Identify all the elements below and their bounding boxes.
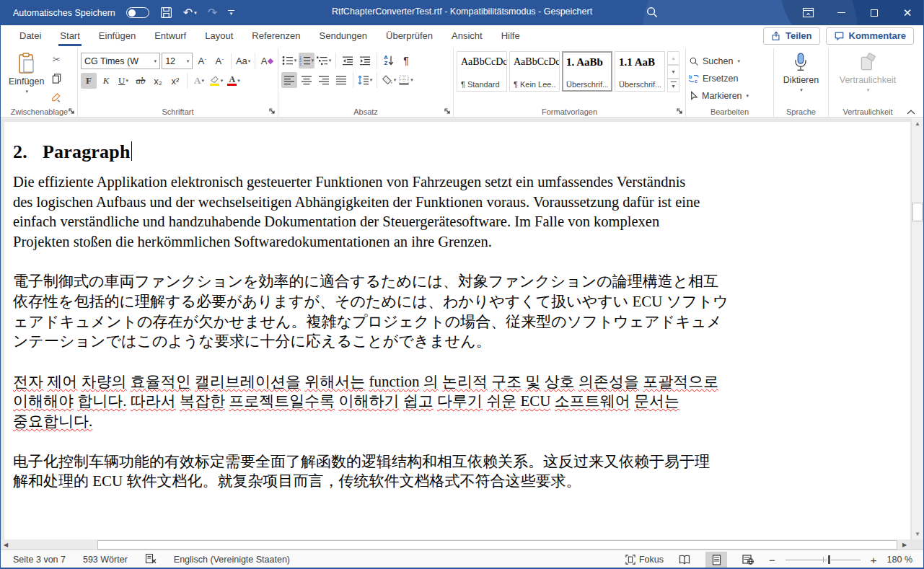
minimize-button[interactable] [824, 0, 858, 25]
cut-button[interactable]: ✂ [48, 52, 64, 68]
tab-sendungen[interactable]: Sendungen [310, 25, 377, 46]
underline-button[interactable]: U▾ [115, 73, 131, 89]
language-indicator[interactable]: Englisch (Vereinigte Staaten) [174, 555, 290, 565]
vertical-scroll-thumb[interactable] [912, 203, 923, 221]
styles-dialog-launcher-icon[interactable] [676, 107, 683, 115]
word-count[interactable]: 593 Wörter [83, 555, 128, 565]
comments-button[interactable]: Kommentare [826, 27, 914, 45]
line-spacing-button[interactable]: ▾ [357, 72, 373, 88]
title-bar: Automatisches Speichern ↶▾ ↷ ▾ RtfChapte… [0, 0, 924, 25]
borders-button[interactable]: ▾ [398, 72, 414, 88]
italic-button[interactable]: K [98, 73, 114, 89]
decrease-indent-icon [342, 56, 353, 66]
collapse-ribbon-icon[interactable] [907, 109, 915, 115]
doc-line: 解和处理的 ECU 软件文档化。就复杂项目而言，传统软件文档格式不符合这些要求。 [13, 472, 896, 492]
save-icon[interactable] [160, 6, 172, 19]
ribbon-display-options-icon[interactable] [791, 0, 824, 25]
find-button[interactable]: Suchen▾ [689, 53, 770, 69]
customize-qat-icon[interactable]: ▾ [228, 10, 234, 15]
zoom-in-button[interactable]: + [871, 554, 877, 566]
horizontal-scrollbar[interactable]: ◀ ▶ [0, 539, 910, 550]
paragraph-dialog-launcher-icon[interactable] [444, 107, 451, 115]
shading-button[interactable]: ▾ [381, 72, 397, 88]
print-layout-button[interactable] [705, 552, 727, 568]
justify-button[interactable] [333, 72, 349, 88]
read-mode-icon [679, 555, 690, 565]
font-color-button[interactable]: A ▾ [226, 73, 242, 89]
copy-button[interactable] [48, 71, 64, 87]
page-indicator[interactable]: Seite 3 von 7 [13, 555, 66, 565]
highlight-color-button[interactable]: ▾ [208, 73, 224, 89]
align-left-button[interactable] [281, 72, 297, 88]
subscript-button[interactable]: x₂ [150, 73, 166, 89]
close-button[interactable]: ✕ [891, 0, 924, 25]
web-layout-button[interactable] [737, 552, 759, 568]
align-center-button[interactable] [299, 72, 314, 88]
zoom-slider-thumb[interactable] [827, 555, 831, 565]
replace-button[interactable]: bc Ersetzen [689, 70, 770, 87]
styles-scroll-up-icon[interactable]: ▴ [667, 51, 679, 65]
format-painter-button[interactable] [48, 89, 64, 105]
tab-datei[interactable]: Datei [10, 25, 50, 46]
maximize-button[interactable] [858, 0, 891, 25]
tab-einfügen[interactable]: Einfügen [89, 25, 145, 46]
autosave-toggle[interactable] [126, 7, 149, 18]
zoom-slider[interactable] [786, 555, 861, 565]
superscript-button[interactable]: x² [167, 73, 183, 89]
tab-referenzen[interactable]: Referenzen [242, 25, 309, 46]
undo-button[interactable]: ↶▾ [183, 7, 197, 19]
scroll-up-icon[interactable]: ▲ [912, 118, 923, 129]
doc-line: ンテーションではこのような要求に十分に応えることができません。 [13, 332, 896, 352]
zoom-out-button[interactable]: − [769, 554, 775, 566]
zoom-level[interactable]: 180 % [887, 555, 912, 565]
style-card-3[interactable]: 1.1 AaBÜberschrif... [615, 51, 665, 92]
sort-button[interactable]: AZ [381, 53, 397, 69]
styles-scroll-down-icon[interactable]: ▾ [667, 65, 679, 79]
font-dialog-launcher-icon[interactable] [268, 107, 276, 115]
bold-button[interactable]: F [81, 73, 97, 89]
bullets-button[interactable]: ▾ [281, 53, 297, 69]
tab-hilfe[interactable]: Hilfe [492, 25, 529, 46]
doc-line: Die effiziente Applikation elektronisch … [13, 172, 896, 193]
document-page[interactable]: 2.Paragraph Die effiziente Applikation e… [4, 122, 910, 539]
style-card-2[interactable]: 1. AaBbÜberschrif... [562, 51, 612, 92]
style-card-0[interactable]: AaBbCcDc¶ Standard [457, 51, 507, 92]
style-label: Überschrif... [619, 80, 661, 89]
tab-entwurf[interactable]: Entwurf [145, 25, 195, 46]
font-name-combo[interactable]: CG Times (W▾ [81, 53, 160, 69]
vertical-scrollbar[interactable]: ▲ ▼ [911, 118, 923, 539]
status-bar: Seite 3 von 7 593 Wörter Englisch (Verei… [0, 550, 924, 569]
dictate-button[interactable]: Diktieren ▾ [779, 50, 823, 105]
font-size-combo[interactable]: 12▾ [162, 53, 193, 69]
change-case-button[interactable]: Aa▾ [235, 53, 251, 69]
scroll-right-icon[interactable]: ▶ [899, 539, 910, 550]
increase-indent-button[interactable] [357, 53, 373, 69]
scroll-down-icon[interactable]: ▼ [912, 529, 923, 539]
styles-more-icon[interactable]: ▾ [667, 79, 679, 92]
search-icon[interactable] [646, 6, 659, 21]
share-button[interactable]: Teilen [763, 27, 820, 45]
clear-formatting-button[interactable]: A [259, 53, 275, 69]
strikethrough-button[interactable]: ab [133, 73, 149, 89]
style-card-1[interactable]: AaBbCcDc¶ Kein Lee... [509, 51, 560, 92]
horizontal-scroll-thumb[interactable] [97, 540, 897, 550]
paste-button[interactable]: Einfügen ▾ [4, 50, 48, 105]
read-mode-button[interactable] [674, 552, 695, 568]
multilevel-list-button[interactable]: ▾ [316, 53, 332, 69]
scroll-left-icon[interactable]: ◀ [0, 539, 12, 550]
decrease-indent-button[interactable] [340, 53, 356, 69]
style-preview: 1. AaBb [566, 56, 608, 69]
shrink-font-button[interactable]: Aˇ [211, 53, 227, 69]
align-right-button[interactable] [316, 72, 332, 88]
grow-font-button[interactable]: Aˆ [194, 53, 210, 69]
pilcrow-button[interactable]: ¶ [398, 53, 414, 69]
tab-layout[interactable]: Layout [195, 25, 242, 46]
select-button[interactable]: Markieren▾ [689, 88, 770, 105]
tab-start[interactable]: Start [50, 25, 89, 46]
numbering-button[interactable]: 123▾ [299, 53, 314, 69]
focus-button[interactable]: Fokus [625, 555, 664, 565]
clipboard-dialog-launcher-icon[interactable] [68, 107, 75, 115]
tab-überprüfen[interactable]: Überprüfen [377, 25, 442, 46]
tab-ansicht[interactable]: Ansicht [442, 25, 492, 46]
proofing-errors-icon[interactable] [145, 553, 157, 566]
